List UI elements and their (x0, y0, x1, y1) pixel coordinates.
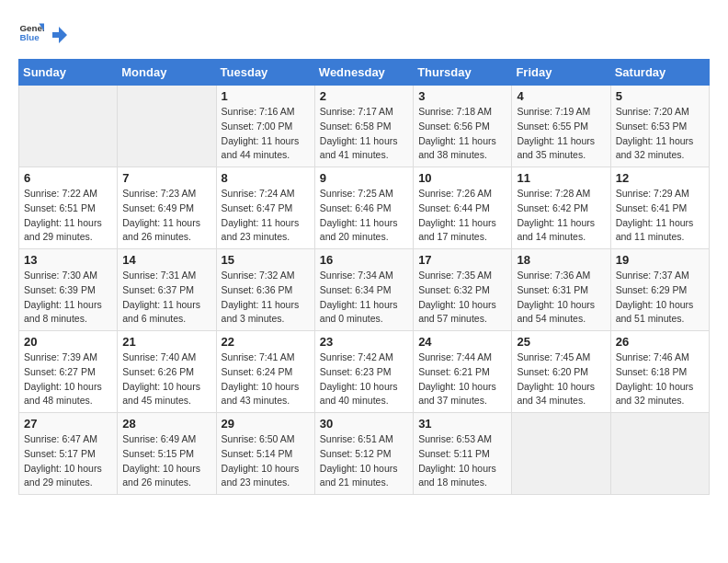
calendar-cell (512, 413, 610, 495)
calendar-cell: 16Sunrise: 7:34 AMSunset: 6:34 PMDayligh… (314, 249, 413, 331)
calendar-header-row: SundayMondayTuesdayWednesdayThursdayFrid… (19, 60, 710, 86)
day-number: 28 (122, 417, 210, 431)
calendar-cell: 13Sunrise: 7:30 AMSunset: 6:39 PMDayligh… (19, 249, 118, 331)
day-number: 31 (418, 417, 506, 431)
day-number: 15 (222, 253, 310, 267)
calendar-cell: 25Sunrise: 7:45 AMSunset: 6:20 PMDayligh… (512, 331, 610, 413)
weekday-header: Tuesday (216, 60, 314, 86)
day-number: 24 (418, 335, 506, 349)
day-number: 27 (24, 417, 112, 431)
day-info: Sunrise: 7:34 AMSunset: 6:34 PMDaylight:… (320, 269, 408, 327)
calendar-cell: 20Sunrise: 7:39 AMSunset: 6:27 PMDayligh… (19, 331, 118, 413)
weekday-header: Sunday (19, 60, 118, 86)
calendar-cell: 29Sunrise: 6:50 AMSunset: 5:14 PMDayligh… (216, 413, 314, 495)
day-info: Sunrise: 7:19 AMSunset: 6:55 PMDaylight:… (517, 105, 605, 163)
day-info: Sunrise: 7:17 AMSunset: 6:58 PMDaylight:… (320, 105, 408, 163)
day-info: Sunrise: 7:42 AMSunset: 6:23 PMDaylight:… (320, 350, 408, 408)
day-info: Sunrise: 7:24 AMSunset: 6:47 PMDaylight:… (222, 187, 310, 245)
calendar-week-row: 27Sunrise: 6:47 AMSunset: 5:17 PMDayligh… (19, 413, 710, 495)
day-info: Sunrise: 7:44 AMSunset: 6:21 PMDaylight:… (418, 350, 506, 408)
calendar-cell: 6Sunrise: 7:22 AMSunset: 6:51 PMDaylight… (19, 167, 118, 249)
day-number: 5 (616, 89, 704, 103)
calendar-cell (610, 413, 709, 495)
calendar-cell: 12Sunrise: 7:29 AMSunset: 6:41 PMDayligh… (610, 167, 709, 249)
day-number: 9 (320, 171, 408, 185)
day-info: Sunrise: 7:37 AMSunset: 6:29 PMDaylight:… (616, 269, 704, 327)
calendar-week-row: 1Sunrise: 7:16 AMSunset: 7:00 PMDaylight… (19, 86, 710, 167)
calendar-cell: 26Sunrise: 7:46 AMSunset: 6:18 PMDayligh… (610, 331, 709, 413)
day-number: 12 (616, 171, 704, 185)
day-number: 16 (320, 253, 408, 267)
day-number: 6 (24, 171, 112, 185)
day-info: Sunrise: 7:29 AMSunset: 6:41 PMDaylight:… (616, 187, 704, 245)
day-number: 18 (517, 253, 605, 267)
calendar-cell: 4Sunrise: 7:19 AMSunset: 6:55 PMDaylight… (512, 86, 610, 167)
svg-marker-3 (52, 27, 67, 43)
calendar-cell: 24Sunrise: 7:44 AMSunset: 6:21 PMDayligh… (414, 331, 512, 413)
calendar-cell: 31Sunrise: 6:53 AMSunset: 5:11 PMDayligh… (414, 413, 512, 495)
calendar-cell: 28Sunrise: 6:49 AMSunset: 5:15 PMDayligh… (118, 413, 216, 495)
logo-icon: General Blue (18, 18, 44, 44)
calendar-table: SundayMondayTuesdayWednesdayThursdayFrid… (18, 59, 710, 495)
calendar-cell: 18Sunrise: 7:36 AMSunset: 6:31 PMDayligh… (512, 249, 610, 331)
calendar-week-row: 6Sunrise: 7:22 AMSunset: 6:51 PMDaylight… (19, 167, 710, 249)
day-info: Sunrise: 6:49 AMSunset: 5:15 PMDaylight:… (122, 432, 210, 490)
calendar-body: 1Sunrise: 7:16 AMSunset: 7:00 PMDaylight… (19, 86, 710, 495)
calendar-cell: 8Sunrise: 7:24 AMSunset: 6:47 PMDaylight… (216, 167, 314, 249)
day-info: Sunrise: 7:28 AMSunset: 6:42 PMDaylight:… (517, 187, 605, 245)
weekday-header: Thursday (414, 60, 512, 86)
calendar-cell: 9Sunrise: 7:25 AMSunset: 6:46 PMDaylight… (314, 167, 413, 249)
day-info: Sunrise: 7:22 AMSunset: 6:51 PMDaylight:… (24, 187, 112, 245)
day-info: Sunrise: 7:36 AMSunset: 6:31 PMDaylight:… (517, 269, 605, 327)
day-info: Sunrise: 7:30 AMSunset: 6:39 PMDaylight:… (24, 269, 112, 327)
calendar-cell: 2Sunrise: 7:17 AMSunset: 6:58 PMDaylight… (314, 86, 413, 167)
day-info: Sunrise: 7:18 AMSunset: 6:56 PMDaylight:… (418, 105, 506, 163)
weekday-header: Friday (512, 60, 610, 86)
calendar-cell: 27Sunrise: 6:47 AMSunset: 5:17 PMDayligh… (19, 413, 118, 495)
logo-flag-icon (49, 25, 69, 45)
day-number: 30 (320, 417, 408, 431)
day-info: Sunrise: 7:45 AMSunset: 6:20 PMDaylight:… (517, 350, 605, 408)
calendar-cell: 5Sunrise: 7:20 AMSunset: 6:53 PMDaylight… (610, 86, 709, 167)
day-number: 22 (222, 335, 310, 349)
day-number: 2 (320, 89, 408, 103)
day-number: 14 (122, 253, 210, 267)
day-info: Sunrise: 7:35 AMSunset: 6:32 PMDaylight:… (418, 269, 506, 327)
calendar-cell: 17Sunrise: 7:35 AMSunset: 6:32 PMDayligh… (414, 249, 512, 331)
calendar-week-row: 13Sunrise: 7:30 AMSunset: 6:39 PMDayligh… (19, 249, 710, 331)
day-number: 7 (122, 171, 210, 185)
weekday-header: Saturday (610, 60, 709, 86)
day-number: 3 (418, 89, 506, 103)
calendar-cell: 14Sunrise: 7:31 AMSunset: 6:37 PMDayligh… (118, 249, 216, 331)
day-info: Sunrise: 7:46 AMSunset: 6:18 PMDaylight:… (616, 350, 704, 408)
day-info: Sunrise: 7:16 AMSunset: 7:00 PMDaylight:… (222, 105, 310, 163)
calendar-cell: 30Sunrise: 6:51 AMSunset: 5:12 PMDayligh… (314, 413, 413, 495)
day-info: Sunrise: 7:25 AMSunset: 6:46 PMDaylight:… (320, 187, 408, 245)
day-info: Sunrise: 6:47 AMSunset: 5:17 PMDaylight:… (24, 432, 112, 490)
calendar-cell: 10Sunrise: 7:26 AMSunset: 6:44 PMDayligh… (414, 167, 512, 249)
calendar-week-row: 20Sunrise: 7:39 AMSunset: 6:27 PMDayligh… (19, 331, 710, 413)
day-number: 21 (122, 335, 210, 349)
day-number: 23 (320, 335, 408, 349)
day-info: Sunrise: 6:51 AMSunset: 5:12 PMDaylight:… (320, 432, 408, 490)
day-number: 1 (222, 89, 310, 103)
day-info: Sunrise: 6:53 AMSunset: 5:11 PMDaylight:… (418, 432, 506, 490)
day-number: 29 (222, 417, 310, 431)
calendar-cell: 23Sunrise: 7:42 AMSunset: 6:23 PMDayligh… (314, 331, 413, 413)
day-number: 4 (517, 89, 605, 103)
calendar-cell: 7Sunrise: 7:23 AMSunset: 6:49 PMDaylight… (118, 167, 216, 249)
logo: General Blue (18, 18, 70, 44)
calendar-cell: 21Sunrise: 7:40 AMSunset: 6:26 PMDayligh… (118, 331, 216, 413)
svg-text:Blue: Blue (19, 32, 40, 42)
day-number: 20 (24, 335, 112, 349)
day-number: 26 (616, 335, 704, 349)
calendar-cell (118, 86, 216, 167)
day-number: 8 (222, 171, 310, 185)
day-info: Sunrise: 7:31 AMSunset: 6:37 PMDaylight:… (122, 269, 210, 327)
day-number: 10 (418, 171, 506, 185)
day-number: 17 (418, 253, 506, 267)
day-info: Sunrise: 7:41 AMSunset: 6:24 PMDaylight:… (222, 350, 310, 408)
weekday-header: Monday (118, 60, 216, 86)
calendar-cell (19, 86, 118, 167)
day-info: Sunrise: 7:40 AMSunset: 6:26 PMDaylight:… (122, 350, 210, 408)
